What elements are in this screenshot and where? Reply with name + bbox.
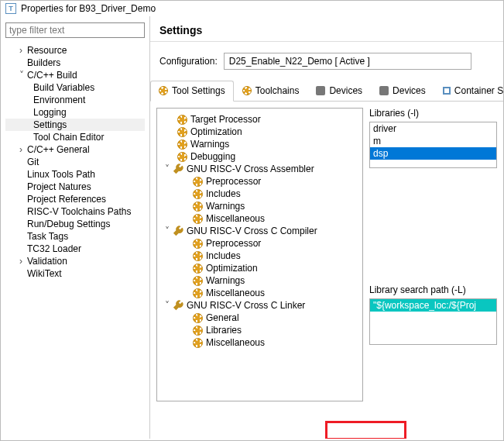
tree-tool-chain-editor[interactable]: Tool Chain Editor xyxy=(5,131,145,143)
tree-project-references[interactable]: Project References xyxy=(5,193,145,205)
tree-project-natures[interactable]: Project Natures xyxy=(5,181,145,193)
settings-tabs: Tool Settings Toolchains Devices Devices… xyxy=(150,81,503,102)
settings-heading: Settings xyxy=(150,16,503,42)
tool-ld-general[interactable]: General xyxy=(159,312,361,324)
tool-compiler[interactable]: GNU RISC-V Cross C Compiler xyxy=(159,225,361,237)
gear-icon xyxy=(193,189,203,199)
list-item[interactable]: m xyxy=(370,135,496,147)
left-nav: type filter text Resource Builders C/C++… xyxy=(1,16,149,439)
container-icon xyxy=(443,87,451,95)
tool-assembler[interactable]: GNU RISC-V Cross Assembler xyxy=(159,163,361,175)
tool-cc-warnings[interactable]: Warnings xyxy=(159,274,361,287)
gear-icon xyxy=(193,251,203,261)
tree-wikitext[interactable]: WikiText xyxy=(5,267,145,280)
gear-icon xyxy=(193,313,203,323)
gear-icon xyxy=(242,86,252,95)
tab-tool-settings[interactable]: Tool Settings xyxy=(150,81,234,102)
gear-icon xyxy=(177,152,187,162)
tree-riscv-toolchains[interactable]: RISC-V Toolchains Paths xyxy=(5,205,145,218)
tree-resource[interactable]: Resource xyxy=(5,44,145,57)
tool-cc-includes[interactable]: Includes xyxy=(159,250,361,262)
tool-cc-optimization[interactable]: Optimization xyxy=(159,262,361,274)
tab-toolchains[interactable]: Toolchains xyxy=(234,81,308,101)
wrench-icon xyxy=(173,300,183,311)
tree-logging[interactable]: Logging xyxy=(5,106,145,119)
tree-builders[interactable]: Builders xyxy=(5,57,145,69)
tool-asm-preprocessor[interactable]: Preprocessor xyxy=(159,175,361,188)
gear-icon xyxy=(193,177,203,187)
tool-asm-warnings[interactable]: Warnings xyxy=(159,200,361,212)
tree-tc32-loader[interactable]: TC32 Loader xyxy=(5,243,145,255)
tree-build-variables[interactable]: Build Variables xyxy=(5,81,145,94)
tree-settings[interactable]: Settings xyxy=(5,119,145,131)
tool-settings-tree: Target Processor Optimization Warnings D… xyxy=(156,108,363,401)
gear-icon xyxy=(193,338,203,348)
filter-input[interactable]: type filter text xyxy=(5,22,145,38)
gear-icon xyxy=(193,276,203,286)
library-search-path-list[interactable]: "${workspace_loc:/${Proj xyxy=(369,298,497,345)
tool-ld-miscellaneous[interactable]: Miscellaneous xyxy=(159,336,361,349)
window-title: Properties for B93_Driver_Demo xyxy=(21,3,156,14)
configuration-label: Configuration: xyxy=(159,56,218,67)
tab-devices-1[interactable]: Devices xyxy=(307,81,371,101)
tool-debugging[interactable]: Debugging xyxy=(159,150,361,163)
wrench-icon xyxy=(173,164,183,174)
list-item[interactable]: driver xyxy=(370,122,496,135)
tab-container-settings[interactable]: Container S xyxy=(434,81,503,101)
gear-icon xyxy=(177,140,187,150)
tool-asm-miscellaneous[interactable]: Miscellaneous xyxy=(159,212,361,225)
gear-icon xyxy=(193,326,203,336)
tool-optimization[interactable]: Optimization xyxy=(159,126,361,138)
tree-linux-tools-path[interactable]: Linux Tools Path xyxy=(5,168,145,181)
tree-validation[interactable]: Validation xyxy=(5,255,145,267)
libraries-list[interactable]: driver m dsp xyxy=(369,122,497,168)
list-item[interactable]: dsp xyxy=(370,147,496,160)
gear-icon xyxy=(177,127,187,137)
tool-cc-miscellaneous[interactable]: Miscellaneous xyxy=(159,287,361,299)
wrench-icon xyxy=(173,226,183,236)
chip-icon xyxy=(379,86,389,95)
chip-icon xyxy=(316,86,325,95)
configuration-value: D25_Enable_N22_Demo [ Active ] xyxy=(229,56,370,67)
tree-task-tags[interactable]: Task Tags xyxy=(5,230,145,243)
tool-linker[interactable]: GNU RISC-V Cross C Linker xyxy=(159,299,361,312)
tool-asm-includes[interactable]: Includes xyxy=(159,188,361,200)
tool-target-processor[interactable]: Target Processor xyxy=(159,113,361,126)
tree-git[interactable]: Git xyxy=(5,156,145,168)
gear-icon xyxy=(193,214,203,224)
library-search-path-label: Library search path (-L) xyxy=(369,284,497,295)
gear-icon xyxy=(159,86,168,95)
configuration-combo[interactable]: D25_Enable_N22_Demo [ Active ] xyxy=(224,53,471,70)
tool-ld-libraries[interactable]: Libraries xyxy=(159,324,361,336)
tree-run-debug[interactable]: Run/Debug Settings xyxy=(5,218,145,230)
tool-cc-preprocessor[interactable]: Preprocessor xyxy=(159,237,361,250)
tool-warnings[interactable]: Warnings xyxy=(159,138,361,150)
tree-cgeneral[interactable]: C/C++ General xyxy=(5,143,145,156)
gear-icon xyxy=(193,264,203,274)
gear-icon xyxy=(193,239,203,249)
gear-icon xyxy=(193,288,203,298)
tab-devices-2[interactable]: Devices xyxy=(371,81,434,101)
tree-cbuild[interactable]: C/C++ Build xyxy=(5,69,145,81)
gear-icon xyxy=(177,115,187,125)
list-item[interactable]: "${workspace_loc:/${Proj xyxy=(370,299,496,312)
filter-placeholder: type filter text xyxy=(9,25,64,36)
libraries-list-label: Libraries (-l) xyxy=(369,108,497,119)
highlight-box-libraries-node xyxy=(325,421,406,439)
tree-environment[interactable]: Environment xyxy=(5,94,145,106)
gear-icon xyxy=(193,202,203,212)
window-icon: T xyxy=(5,3,16,14)
